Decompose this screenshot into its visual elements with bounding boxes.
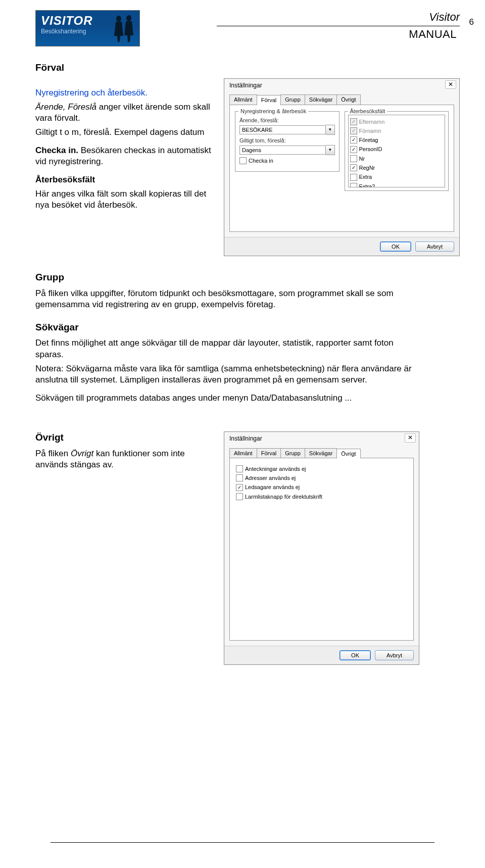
tab-allmant[interactable]: Allmänt	[229, 94, 257, 104]
field-extra2[interactable]: Extra2	[350, 183, 444, 187]
checkbox-icon: ✓	[350, 164, 357, 171]
checka-line: Checka in. Besökaren checkas in automati…	[35, 145, 215, 167]
page-header: VISITOR Besökshantering Visitor MANUAL	[35, 10, 460, 46]
option-checkbox[interactable]: Adresser används ej	[236, 474, 407, 481]
people-silhouette-icon	[110, 14, 136, 43]
combo-arende-input[interactable]	[239, 125, 326, 134]
sokvagar-p2: Notera: Sökvägarna måste vara lika för s…	[35, 363, 419, 385]
ovrigt-p: På fliken Övrigt kan funktioner som inte…	[35, 448, 215, 470]
group-nyreg-title: Nyregistrering & återbesök	[238, 108, 308, 115]
grupp-heading: Grupp	[35, 271, 419, 284]
page-number: 6	[469, 17, 474, 28]
checkbox-icon: ✓	[350, 136, 357, 143]
checkbox-icon	[350, 183, 357, 187]
aterfalt-heading: Återbesöksfält	[35, 175, 95, 184]
checkbox-icon: ✓	[236, 484, 243, 491]
field-regnr[interactable]: ✓RegNr	[350, 164, 444, 171]
checkbox-icon	[350, 155, 357, 162]
tab-allmant[interactable]: Allmänt	[229, 448, 257, 458]
visitor-logo: VISITOR Besökshantering	[35, 10, 140, 46]
checkbox-icon	[239, 157, 247, 164]
tab-forval[interactable]: Förval	[257, 448, 281, 458]
checkbox-icon	[350, 174, 357, 181]
settings-dialog-forval: Inställningar ✕ Allmänt Förval Grupp Sök…	[224, 78, 460, 256]
checkbox-checka-in[interactable]: Checka in	[239, 157, 335, 164]
field-företag[interactable]: ✓Företag	[350, 136, 444, 143]
sokvagar-p1: Det finns möjlighet att ange sökvägar ti…	[35, 337, 419, 360]
dialog-title: Inställningar	[224, 79, 459, 92]
header-manual: MANUAL	[140, 27, 460, 42]
tab-sokvagar[interactable]: Sökvägar	[305, 448, 337, 458]
field-nr[interactable]: Nr	[350, 155, 444, 162]
close-icon[interactable]: ✕	[445, 80, 456, 89]
checkbox-icon: ✓	[350, 118, 357, 125]
checkbox-icon	[236, 474, 243, 481]
tab-ovrigt[interactable]: Övrigt	[336, 94, 360, 104]
option-checkbox[interactable]: ✓Ledsagare används ej	[236, 484, 407, 491]
group-aterfalt-title: Återbesöksfält	[348, 108, 387, 115]
tab-grupp[interactable]: Grupp	[280, 94, 305, 104]
group-nyreg: Nyregistrering & återbesök Ärende, föres…	[235, 111, 340, 172]
nyreg-p1: Ärende, Föreslå anger vilket ärende som …	[35, 102, 215, 124]
checkbox-icon: ✓	[350, 146, 357, 153]
field-extra[interactable]: Extra	[350, 173, 444, 180]
tab-forval[interactable]: Förval	[257, 95, 281, 105]
sokvagar-p3: Sökvägen till programmets databas anges …	[35, 393, 419, 404]
ovrigt-heading: Övrigt	[35, 431, 215, 444]
forval-heading: Förval	[35, 62, 460, 74]
option-checkbox[interactable]: Anteckningar används ej	[236, 465, 407, 472]
header-subject: Visitor	[217, 10, 460, 26]
aterfalt-p: Här anges vilka fält som skall kopieras …	[35, 188, 215, 211]
sokvagar-heading: Sökvägar	[35, 321, 419, 334]
checkbox-icon	[236, 465, 243, 472]
ok-button[interactable]: OK	[380, 242, 411, 252]
chevron-down-icon[interactable]: ▾	[326, 145, 335, 155]
tab-ovrigt[interactable]: Övrigt	[336, 449, 360, 458]
field-förnamn: ✓Förnamn	[350, 127, 444, 134]
chevron-down-icon[interactable]: ▾	[326, 125, 335, 135]
dialog-title: Inställningar	[224, 432, 419, 445]
label-arende: Ärende, föreslå:	[239, 117, 335, 124]
tab-grupp[interactable]: Grupp	[280, 448, 305, 458]
footer-rule	[51, 842, 434, 843]
combo-giltigt-input[interactable]	[239, 146, 326, 155]
nyreg-subhead: Nyregistrering och återbesök.	[35, 87, 215, 99]
settings-dialog-ovrigt: Inställningar ✕ Allmänt Förval Grupp Sök…	[224, 431, 419, 665]
grupp-p: På fliken vilka uppgifter, förutom tidpu…	[35, 288, 419, 310]
fields-checklist[interactable]: ✓Efternamn✓Förnamn✓Företag✓PersonIDNr✓Re…	[348, 115, 446, 187]
cancel-button[interactable]: Avbryt	[415, 242, 454, 252]
combo-arende[interactable]: ▾	[239, 125, 335, 135]
svg-point-0	[116, 16, 121, 22]
cancel-button[interactable]: Avbryt	[375, 650, 414, 660]
option-checkbox[interactable]: Larmlistak­napp för direktutskrift	[236, 493, 407, 500]
group-aterfalt: Återbesöksfält ✓Efternamn✓Förnamn✓Företa…	[345, 111, 449, 191]
label-giltigt: Giltigt tom, föreslå:	[239, 137, 335, 144]
combo-giltigt[interactable]: ▾	[239, 145, 335, 155]
svg-point-1	[126, 15, 131, 21]
field-personid[interactable]: ✓PersonID	[350, 146, 444, 153]
checkbox-icon: ✓	[350, 127, 357, 134]
tab-sokvagar[interactable]: Sökvägar	[305, 94, 337, 104]
checkbox-icon	[236, 493, 243, 500]
close-icon[interactable]: ✕	[405, 433, 416, 443]
nyreg-p2: Giltigt t o m, föreslå. Exempel dagens d…	[35, 127, 215, 138]
ok-button[interactable]: OK	[340, 650, 371, 660]
field-efternamn: ✓Efternamn	[350, 118, 444, 125]
